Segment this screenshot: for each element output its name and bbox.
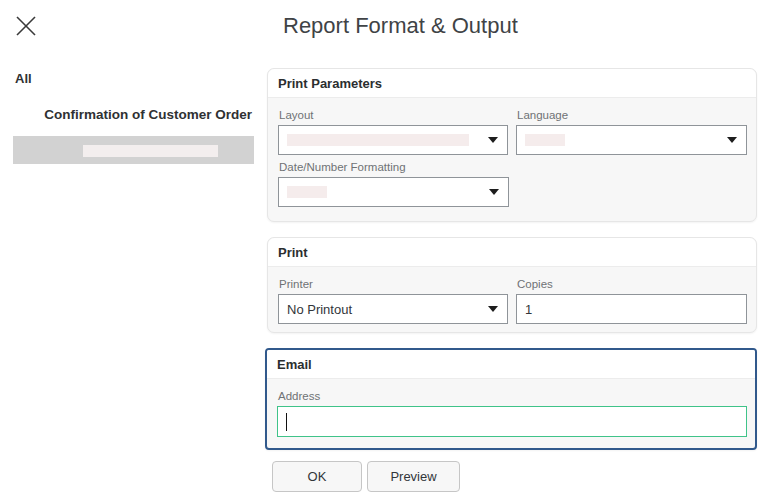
print-parameters-title: Print Parameters	[268, 69, 756, 98]
print-title: Print	[268, 238, 756, 267]
sidebar-item-confirmation-of-customer-order[interactable]: Confirmation of Customer Order	[0, 107, 252, 122]
email-section: Email Address	[265, 348, 757, 450]
redacted-value-bar	[525, 134, 565, 146]
chevron-down-icon	[488, 306, 498, 312]
chevron-down-icon	[488, 137, 498, 143]
text-cursor	[286, 413, 287, 431]
date-number-formatting-dropdown-value	[287, 186, 481, 198]
printer-dropdown-value: No Printout	[287, 302, 480, 317]
print-section: Print Printer No Printout Copies	[267, 237, 757, 333]
layout-dropdown[interactable]	[278, 125, 508, 155]
copies-label: Copies	[517, 278, 747, 290]
page-title: Report Format & Output	[283, 13, 518, 39]
chevron-down-icon	[727, 137, 737, 143]
redacted-value-bar	[83, 145, 218, 157]
chevron-down-icon	[489, 189, 499, 195]
date-number-formatting-label: Date/Number Formatting	[279, 161, 509, 173]
layout-dropdown-value	[287, 134, 480, 146]
language-dropdown-value	[525, 134, 719, 146]
redacted-value-bar	[287, 134, 469, 146]
print-body: Printer No Printout Copies	[268, 267, 756, 334]
report-format-output-dialog: Report Format & Output All Confirmation …	[0, 0, 765, 501]
email-body: Address	[267, 379, 755, 447]
preview-button[interactable]: Preview	[367, 461, 460, 492]
copies-field: Copies	[516, 275, 747, 324]
date-number-formatting-dropdown[interactable]	[278, 177, 509, 207]
language-field: Language	[516, 106, 747, 155]
redacted-value-bar	[287, 186, 327, 198]
language-label: Language	[517, 109, 747, 121]
close-icon	[14, 14, 38, 41]
layout-field: Layout	[278, 106, 508, 155]
printer-dropdown[interactable]: No Printout	[278, 294, 508, 324]
sidebar-item-all[interactable]: All	[15, 71, 32, 86]
close-button[interactable]	[12, 13, 40, 41]
print-parameters-section: Print Parameters Layout Language	[267, 68, 757, 222]
layout-label: Layout	[279, 109, 508, 121]
email-title: Email	[267, 350, 755, 379]
address-input[interactable]	[277, 406, 747, 437]
date-number-formatting-field: Date/Number Formatting	[278, 158, 509, 207]
printer-label: Printer	[279, 278, 508, 290]
sidebar-selected-item[interactable]	[13, 136, 254, 164]
print-parameters-body: Layout Language Date/Number Format	[268, 98, 756, 217]
language-dropdown[interactable]	[516, 125, 747, 155]
address-field: Address	[277, 387, 747, 437]
ok-button[interactable]: OK	[272, 461, 362, 492]
copies-input[interactable]	[516, 294, 747, 324]
address-label: Address	[278, 390, 747, 402]
printer-field: Printer No Printout	[278, 275, 508, 324]
